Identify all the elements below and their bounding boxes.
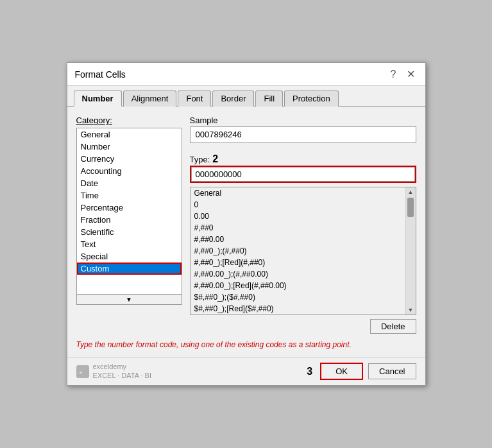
category-item-fraction[interactable]: Fraction xyxy=(77,214,182,226)
watermark-logo: e xyxy=(76,365,89,378)
format-item-hash0.00[interactable]: #,##0.00 xyxy=(191,234,405,245)
type-input-wrapper xyxy=(190,166,416,183)
category-label: Category: xyxy=(76,116,182,125)
format-item-0[interactable]: 0 xyxy=(191,199,405,211)
format-item-6[interactable]: $#,##0_);[Red]($#,##0) xyxy=(191,303,405,314)
category-panel: Category: General Number Currency Accoun… xyxy=(76,116,182,334)
category-item-scientific[interactable]: Scientific xyxy=(77,226,182,238)
delete-button[interactable]: Delete xyxy=(370,319,416,334)
sample-value: 0007896246 xyxy=(190,126,416,143)
title-bar: Format Cells ? ✕ xyxy=(67,63,425,86)
category-item-percentage[interactable]: Percentage xyxy=(77,202,182,214)
dialog-content: Category: General Number Currency Accoun… xyxy=(67,107,425,357)
format-cells-dialog: Format Cells ? ✕ Number Alignment Font B… xyxy=(67,62,426,386)
category-list[interactable]: General Number Currency Accounting Date … xyxy=(76,128,182,295)
close-button[interactable]: ✕ xyxy=(404,68,418,80)
format-item-5[interactable]: $#,##0_);($#,##0) xyxy=(191,291,405,303)
main-row: Category: General Number Currency Accoun… xyxy=(76,116,416,334)
ok-button[interactable]: OK xyxy=(320,363,363,380)
format-item-4[interactable]: #,##0.00_);[Red](#,##0.00) xyxy=(191,280,405,291)
cancel-button[interactable]: Cancel xyxy=(368,363,416,379)
logo-icon: e xyxy=(78,367,87,376)
footer-inner: e exceldemy EXCEL · DATA · BI 3 OK Cance… xyxy=(76,363,416,380)
category-item-text[interactable]: Text xyxy=(77,238,182,250)
format-list[interactable]: General 0 0.00 #,##0 #,##0.00 #,##0_);(#… xyxy=(191,187,405,314)
tab-font[interactable]: Font xyxy=(178,90,211,107)
scroll-down-arrow[interactable]: ▼ xyxy=(76,295,182,305)
category-item-date[interactable]: Date xyxy=(77,177,182,189)
type-label-row: Type: 2 xyxy=(190,150,416,166)
format-item-2[interactable]: #,##0_);[Red](#,##0) xyxy=(191,257,405,268)
annotation-3: 3 xyxy=(307,366,312,377)
format-item-3[interactable]: #,##0.00_);(#,##0.00) xyxy=(191,268,405,280)
watermark: e exceldemy EXCEL · DATA · BI xyxy=(76,363,152,379)
tab-number[interactable]: Number xyxy=(74,90,122,107)
category-item-general[interactable]: General xyxy=(77,128,182,141)
delete-row: Delete xyxy=(190,319,416,334)
tab-border[interactable]: Border xyxy=(212,90,254,107)
tab-alignment[interactable]: Alignment xyxy=(123,90,177,107)
format-item-0.00[interactable]: 0.00 xyxy=(191,211,405,222)
type-label: Type: xyxy=(190,155,210,164)
category-item-time[interactable]: Time xyxy=(77,189,182,202)
sample-section: Sample 0007896246 xyxy=(190,116,416,143)
category-item-currency[interactable]: Currency xyxy=(77,153,182,165)
help-button[interactable]: ? xyxy=(388,69,399,80)
watermark-tagline: EXCEL · DATA · BI xyxy=(93,372,152,380)
tab-protection[interactable]: Protection xyxy=(284,90,339,107)
watermark-text: exceldemy EXCEL · DATA · BI xyxy=(93,363,152,379)
category-item-special[interactable]: Special xyxy=(77,250,182,263)
format-item-general[interactable]: General xyxy=(191,187,405,199)
sample-label: Sample xyxy=(190,116,416,125)
svg-text:e: e xyxy=(80,370,83,375)
tab-fill[interactable]: Fill xyxy=(255,90,283,107)
scrollbar[interactable]: ▲ ▼ xyxy=(405,187,416,314)
footer-buttons: 3 OK Cancel xyxy=(307,363,416,380)
annotation-2: 2 xyxy=(212,153,218,165)
dialog-title: Format Cells xyxy=(75,69,126,80)
right-panel: Sample 0007896246 Type: 2 General 0 0.00… xyxy=(190,116,416,334)
hint-text: Type the number format code, using one o… xyxy=(76,340,416,349)
format-item-hash0[interactable]: #,##0 xyxy=(191,222,405,234)
watermark-name: exceldemy xyxy=(93,363,152,371)
category-item-accounting[interactable]: Accounting xyxy=(77,165,182,177)
tab-bar: Number Alignment Font Border Fill Protec… xyxy=(67,86,425,107)
category-item-custom[interactable]: Custom xyxy=(77,263,182,275)
category-item-number[interactable]: Number xyxy=(77,141,182,153)
title-bar-controls: ? ✕ xyxy=(388,68,418,80)
type-input[interactable] xyxy=(191,167,415,182)
footer: e exceldemy EXCEL · DATA · BI 3 OK Cance… xyxy=(67,357,425,385)
format-item-1[interactable]: #,##0_);(#,##0) xyxy=(191,245,405,257)
format-list-container: General 0 0.00 #,##0 #,##0.00 #,##0_);(#… xyxy=(190,187,416,315)
